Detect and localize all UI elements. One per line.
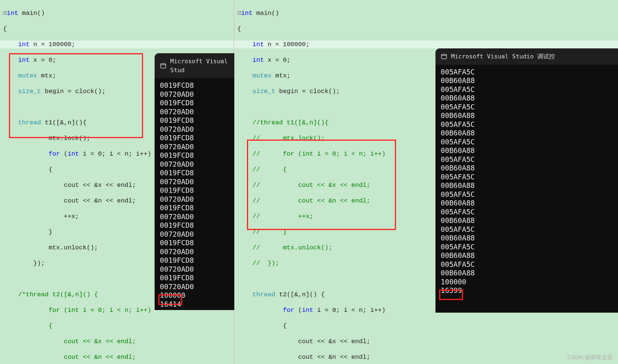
terminal-icon	[160, 63, 167, 69]
left-panel: ⊟int main() { int n = 100000; int x = 0;…	[0, 0, 234, 364]
right-console: Microsoft Visual Studio 调试控 005AFA5C 00B…	[435, 48, 618, 313]
console-title-text: Microsoft Visual Studio 调试控	[451, 52, 555, 61]
right-console-output: 005AFA5C 00B60A88 005AFA5C 00B60A88 005A…	[435, 65, 618, 300]
right-panel: ⊟int main() { int n = 100000; int x = 0;…	[234, 0, 618, 364]
terminal-icon	[441, 53, 447, 60]
watermark: CSDN @麻辣韭菜	[567, 354, 613, 361]
kw-int: int	[7, 10, 18, 17]
console-title-text: Microsoft Visual Stud	[170, 57, 229, 74]
left-console-output: 0019FCD8 00720AD0 0019FCD8 00720AD0 0019…	[155, 78, 234, 310]
console-titlebar: Microsoft Visual Studio 调试控	[435, 48, 618, 65]
svg-rect-0	[161, 64, 166, 68]
console-titlebar: Microsoft Visual Stud	[155, 53, 234, 78]
svg-rect-1	[441, 54, 447, 59]
left-console: Microsoft Visual Stud 0019FCD8 00720AD0 …	[155, 53, 234, 310]
